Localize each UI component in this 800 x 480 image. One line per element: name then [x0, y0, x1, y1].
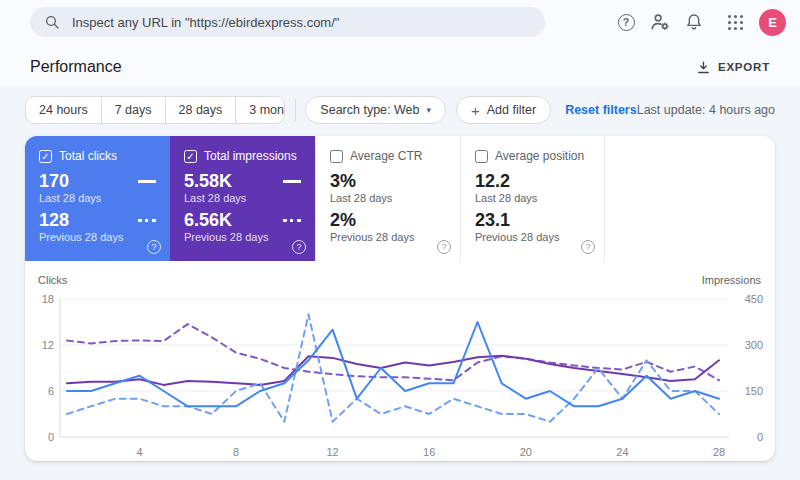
- chip-7-days[interactable]: 7 days: [102, 97, 166, 123]
- chip-3-months[interactable]: 3 months: [236, 97, 284, 123]
- apps-button[interactable]: [713, 7, 743, 37]
- account-avatar[interactable]: E: [759, 9, 786, 36]
- search-type-label: Search type: Web: [320, 103, 419, 117]
- plus-icon: +: [471, 103, 480, 118]
- url-inspect-input[interactable]: [72, 15, 531, 30]
- download-icon: [696, 60, 711, 75]
- metric-current-value: 5.58K: [184, 172, 246, 191]
- add-filter-button[interactable]: + Add filter: [456, 96, 551, 124]
- x-axis-tick: 8: [233, 446, 239, 458]
- left-axis-tick: 18: [42, 293, 54, 305]
- chip-24-hours[interactable]: 24 hours: [26, 97, 102, 123]
- card-label: Total impressions: [204, 149, 297, 163]
- help-button[interactable]: ?: [611, 7, 641, 37]
- user-gear-icon: [649, 11, 671, 33]
- card-label: Total clicks: [59, 149, 117, 163]
- card-label: Average CTR: [350, 149, 422, 163]
- left-axis-tick: 6: [48, 385, 54, 397]
- filter-bar: 24 hours 7 days 28 days 3 months Compare…: [25, 96, 775, 124]
- x-axis-tick: 20: [520, 446, 532, 458]
- help-icon[interactable]: ?: [581, 240, 595, 254]
- metric-previous-value: 128: [39, 211, 123, 230]
- page-title: Performance: [30, 58, 122, 76]
- metric-previous-period: Previous 28 days: [39, 231, 123, 243]
- right-axis-tick: 450: [745, 293, 763, 305]
- metric-current-period: Last 28 days: [475, 192, 592, 204]
- dotted-line-icon: [283, 219, 301, 222]
- dotted-line-icon: [138, 219, 156, 222]
- metric-previous-period: Previous 28 days: [184, 231, 268, 243]
- right-axis-tick: 0: [757, 431, 763, 443]
- export-button[interactable]: EXPORT: [696, 60, 770, 75]
- metric-previous-period: Previous 28 days: [475, 231, 592, 243]
- metric-previous-value: 2%: [330, 211, 448, 230]
- right-axis-tick: 300: [745, 339, 763, 351]
- checkbox-checked-icon[interactable]: ✓: [184, 150, 197, 163]
- right-axis-tick: 150: [745, 385, 763, 397]
- total-clicks-card[interactable]: ✓ Total clicks 170 Last 28 days 128 Prev…: [25, 136, 170, 261]
- average-position-card[interactable]: ✓ Average position 12.2 Last 28 days 23.…: [460, 136, 605, 261]
- solid-line-icon: [138, 180, 156, 183]
- metric-current-value: 12.2: [475, 172, 592, 191]
- search-icon: [44, 14, 60, 30]
- help-icon[interactable]: ?: [437, 240, 451, 254]
- bell-icon: [684, 12, 704, 32]
- performance-panel: ✓ Total clicks 170 Last 28 days 128 Prev…: [25, 136, 775, 461]
- last-update-text: Last update: 4 hours ago: [637, 103, 775, 117]
- right-axis-title: Impressions: [702, 274, 761, 286]
- average-ctr-card[interactable]: ✓ Average CTR 3% Last 28 days 2% Previou…: [315, 136, 460, 261]
- export-label: EXPORT: [718, 61, 770, 73]
- apps-grid-icon: [728, 15, 743, 30]
- x-axis-tick: 4: [136, 446, 142, 458]
- reset-filters-link[interactable]: Reset filters: [565, 103, 637, 117]
- metric-previous-value: 23.1: [475, 211, 592, 230]
- performance-chart: 1845012300615000481216202428: [35, 287, 765, 461]
- checkbox-unchecked-icon[interactable]: ✓: [330, 150, 343, 163]
- help-icon[interactable]: ?: [147, 240, 161, 254]
- top-app-bar: ? E: [0, 0, 800, 44]
- metric-current-period: Last 28 days: [330, 192, 448, 204]
- total-impressions-card[interactable]: ✓ Total impressions 5.58K Last 28 days 6…: [170, 136, 315, 261]
- search-type-dropdown[interactable]: Search type: Web ▾: [305, 96, 446, 124]
- x-axis-tick: 16: [423, 446, 435, 458]
- left-axis-tick: 0: [48, 431, 54, 443]
- series-clicks-last-28-days: [67, 322, 719, 406]
- filter-divider: [295, 99, 296, 121]
- add-filter-label: Add filter: [487, 103, 536, 117]
- url-inspect-search[interactable]: [30, 7, 545, 37]
- chevron-down-icon: ▾: [426, 106, 431, 115]
- metric-current-period: Last 28 days: [39, 192, 101, 204]
- help-icon[interactable]: ?: [292, 240, 306, 254]
- metric-current-value: 170: [39, 172, 101, 191]
- page-header: Performance EXPORT: [0, 44, 800, 86]
- series-impressions-previous-28-days: [67, 324, 719, 380]
- x-axis-tick: 28: [713, 446, 725, 458]
- notifications-button[interactable]: [679, 7, 709, 37]
- checkbox-unchecked-icon[interactable]: ✓: [475, 150, 488, 163]
- left-axis-tick: 12: [42, 339, 54, 351]
- solid-line-icon: [283, 180, 301, 183]
- metric-previous-value: 6.56K: [184, 211, 268, 230]
- x-axis-tick: 24: [616, 446, 628, 458]
- metric-current-period: Last 28 days: [184, 192, 246, 204]
- card-label: Average position: [495, 149, 584, 163]
- metric-cards: ✓ Total clicks 170 Last 28 days 128 Prev…: [25, 136, 775, 261]
- metric-current-value: 3%: [330, 172, 448, 191]
- series-clicks-previous-28-days: [67, 314, 719, 421]
- left-axis-title: Clicks: [38, 274, 67, 286]
- x-axis-tick: 12: [327, 446, 339, 458]
- help-icon: ?: [618, 14, 635, 31]
- chip-28-days[interactable]: 28 days: [166, 97, 237, 123]
- user-settings-button[interactable]: [645, 7, 675, 37]
- date-range-chips: 24 hours 7 days 28 days 3 months Compare…: [25, 96, 285, 124]
- checkbox-checked-icon[interactable]: ✓: [39, 150, 52, 163]
- metric-previous-period: Previous 28 days: [330, 231, 448, 243]
- chart-axis-titles: Clicks Impressions: [25, 261, 775, 286]
